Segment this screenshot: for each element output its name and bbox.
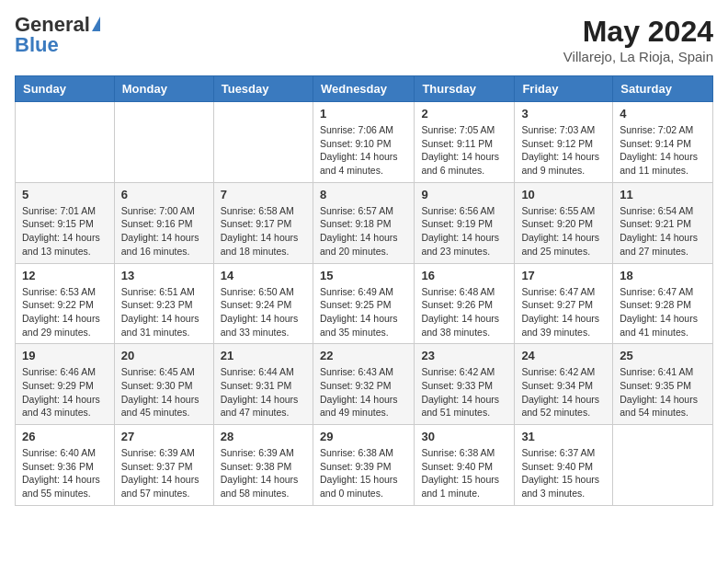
table-row: 5Sunrise: 7:01 AMSunset: 9:15 PMDaylight… [16,182,115,263]
day-info: Sunrise: 6:54 AMSunset: 9:21 PMDaylight:… [620,204,706,259]
day-info: Sunrise: 6:43 AMSunset: 9:32 PMDaylight:… [320,365,407,419]
day-info: Sunrise: 6:38 AMSunset: 9:39 PMDaylight:… [320,446,407,500]
table-row: 18Sunrise: 6:47 AMSunset: 9:28 PMDayligh… [613,263,713,344]
day-info: Sunrise: 6:57 AMSunset: 9:18 PMDaylight:… [320,204,407,259]
logo-blue-text: Blue [15,35,59,55]
day-info: Sunrise: 6:45 AMSunset: 9:30 PMDaylight:… [121,365,207,419]
day-number: 4 [620,107,706,121]
day-info: Sunrise: 7:06 AMSunset: 9:10 PMDaylight:… [320,123,407,178]
day-number: 29 [320,430,407,443]
day-number: 2 [421,107,507,121]
day-number: 20 [121,349,207,362]
day-info: Sunrise: 6:40 AMSunset: 9:36 PMDaylight:… [22,446,108,500]
day-number: 22 [320,349,407,362]
col-wednesday: Wednesday [313,76,414,102]
day-info: Sunrise: 6:53 AMSunset: 9:22 PMDaylight:… [22,285,108,339]
day-info: Sunrise: 6:42 AMSunset: 9:33 PMDaylight:… [421,365,507,419]
day-info: Sunrise: 6:47 AMSunset: 9:28 PMDaylight:… [620,285,706,339]
table-row: 27Sunrise: 6:39 AMSunset: 9:37 PMDayligh… [114,425,213,506]
table-row: 11Sunrise: 6:54 AMSunset: 9:21 PMDayligh… [613,182,713,263]
day-info: Sunrise: 6:49 AMSunset: 9:25 PMDaylight:… [320,285,407,339]
day-info: Sunrise: 7:00 AMSunset: 9:16 PMDaylight:… [121,204,207,259]
table-row: 28Sunrise: 6:39 AMSunset: 9:38 PMDayligh… [213,425,313,506]
day-number: 9 [421,188,507,201]
day-info: Sunrise: 7:05 AMSunset: 9:11 PMDaylight:… [421,123,507,178]
col-sunday: Sunday [16,76,115,102]
day-number: 6 [121,188,207,201]
day-info: Sunrise: 6:42 AMSunset: 9:34 PMDaylight:… [521,365,606,419]
calendar-header-row: Sunday Monday Tuesday Wednesday Thursday… [16,76,713,102]
day-number: 25 [620,349,706,362]
table-row: 8Sunrise: 6:57 AMSunset: 9:18 PMDaylight… [313,182,414,263]
day-info: Sunrise: 6:44 AMSunset: 9:31 PMDaylight:… [221,365,306,419]
col-tuesday: Tuesday [213,76,313,102]
table-row: 4Sunrise: 7:02 AMSunset: 9:14 PMDaylight… [613,102,713,183]
table-row: 13Sunrise: 6:51 AMSunset: 9:23 PMDayligh… [114,263,213,344]
day-number: 18 [620,269,706,282]
day-number: 12 [22,269,108,282]
day-number: 24 [521,349,606,362]
day-info: Sunrise: 6:55 AMSunset: 9:20 PMDaylight:… [521,204,606,259]
day-info: Sunrise: 6:58 AMSunset: 9:17 PMDaylight:… [221,204,306,259]
month-year-title: May 2024 [563,15,713,49]
day-number: 17 [521,269,606,282]
table-row: 6Sunrise: 7:00 AMSunset: 9:16 PMDaylight… [114,182,213,263]
day-number: 13 [121,269,207,282]
day-number: 5 [22,188,108,201]
table-row: 3Sunrise: 7:03 AMSunset: 9:12 PMDaylight… [515,102,613,183]
table-row: 14Sunrise: 6:50 AMSunset: 9:24 PMDayligh… [213,263,313,344]
day-number: 21 [221,349,306,362]
table-row: 22Sunrise: 6:43 AMSunset: 9:32 PMDayligh… [313,344,414,425]
day-info: Sunrise: 7:02 AMSunset: 9:14 PMDaylight:… [620,123,706,178]
day-number: 16 [421,269,507,282]
day-info: Sunrise: 6:56 AMSunset: 9:19 PMDaylight:… [421,204,507,259]
location-subtitle: Villarejo, La Rioja, Spain [563,49,713,64]
table-row: 23Sunrise: 6:42 AMSunset: 9:33 PMDayligh… [415,344,515,425]
day-info: Sunrise: 6:50 AMSunset: 9:24 PMDaylight:… [221,285,306,339]
day-number: 7 [221,188,306,201]
col-saturday: Saturday [613,76,713,102]
day-number: 27 [121,430,207,443]
title-section: May 2024 Villarejo, La Rioja, Spain [563,15,713,64]
table-row: 19Sunrise: 6:46 AMSunset: 9:29 PMDayligh… [16,344,115,425]
day-number: 1 [320,107,407,121]
day-number: 10 [521,188,606,201]
day-info: Sunrise: 6:48 AMSunset: 9:26 PMDaylight:… [421,285,507,339]
table-row: 24Sunrise: 6:42 AMSunset: 9:34 PMDayligh… [515,344,613,425]
table-row [16,102,115,183]
table-row: 12Sunrise: 6:53 AMSunset: 9:22 PMDayligh… [16,263,115,344]
day-number: 14 [221,269,306,282]
table-row: 30Sunrise: 6:38 AMSunset: 9:40 PMDayligh… [415,425,515,506]
table-row: 31Sunrise: 6:37 AMSunset: 9:40 PMDayligh… [515,425,613,506]
day-number: 28 [221,430,306,443]
day-number: 8 [320,188,407,201]
day-info: Sunrise: 6:39 AMSunset: 9:37 PMDaylight:… [121,446,207,500]
table-row: 15Sunrise: 6:49 AMSunset: 9:25 PMDayligh… [313,263,414,344]
day-number: 11 [620,188,706,201]
calendar-table: Sunday Monday Tuesday Wednesday Thursday… [15,75,713,506]
col-friday: Friday [515,76,613,102]
day-number: 3 [521,107,606,121]
day-number: 15 [320,269,407,282]
day-number: 26 [22,430,108,443]
table-row: 25Sunrise: 6:41 AMSunset: 9:35 PMDayligh… [613,344,713,425]
day-info: Sunrise: 7:03 AMSunset: 9:12 PMDaylight:… [521,123,606,178]
day-info: Sunrise: 6:51 AMSunset: 9:23 PMDaylight:… [121,285,207,339]
table-row [613,425,713,506]
table-row: 7Sunrise: 6:58 AMSunset: 9:17 PMDaylight… [213,182,313,263]
day-info: Sunrise: 6:47 AMSunset: 9:27 PMDaylight:… [521,285,606,339]
table-row: 20Sunrise: 6:45 AMSunset: 9:30 PMDayligh… [114,344,213,425]
table-row: 1Sunrise: 7:06 AMSunset: 9:10 PMDaylight… [313,102,414,183]
table-row: 16Sunrise: 6:48 AMSunset: 9:26 PMDayligh… [415,263,515,344]
table-row: 21Sunrise: 6:44 AMSunset: 9:31 PMDayligh… [213,344,313,425]
table-row [114,102,213,183]
col-thursday: Thursday [415,76,515,102]
day-number: 30 [421,430,507,443]
table-row: 17Sunrise: 6:47 AMSunset: 9:27 PMDayligh… [515,263,613,344]
table-row: 2Sunrise: 7:05 AMSunset: 9:11 PMDaylight… [415,102,515,183]
logo: General Blue [15,15,100,55]
day-info: Sunrise: 6:37 AMSunset: 9:40 PMDaylight:… [521,446,606,500]
day-number: 31 [521,430,606,443]
day-number: 19 [22,349,108,362]
day-info: Sunrise: 6:39 AMSunset: 9:38 PMDaylight:… [221,446,306,500]
